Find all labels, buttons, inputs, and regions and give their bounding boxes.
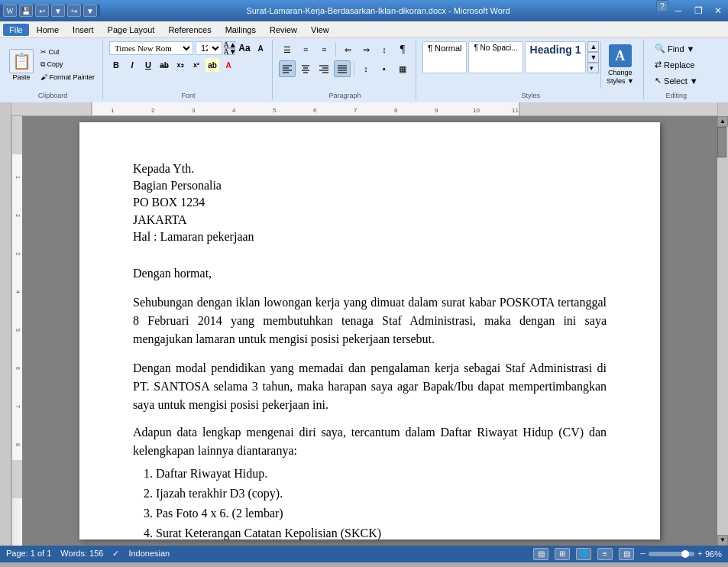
letter-paragraph-2[interactable]: Dengan modal pendidikan yang memadai dan…: [133, 359, 607, 414]
tab-view[interactable]: View: [305, 24, 335, 36]
style-no-spacing-label: ¶ No Spaci...: [474, 44, 517, 52]
letter-paragraph-1[interactable]: Sehubungan dengan iklan lowongan kerja y…: [133, 293, 607, 348]
align-right-button[interactable]: [315, 60, 332, 77]
align-left-button[interactable]: [279, 60, 296, 77]
clear-formatting-button[interactable]: Aa: [238, 41, 251, 55]
zoom-slider[interactable]: [649, 552, 694, 556]
change-styles-button[interactable]: A ChangeStyles ▼: [600, 41, 639, 89]
zoom-in-button[interactable]: +: [697, 549, 702, 558]
scroll-down-button[interactable]: ▼: [717, 535, 728, 546]
show-marks-button[interactable]: ¶: [394, 41, 411, 58]
shading-button[interactable]: ▪: [376, 60, 393, 77]
tab-references[interactable]: References: [162, 24, 217, 36]
tab-insert[interactable]: Insert: [66, 24, 100, 36]
scroll-track[interactable]: [717, 127, 728, 535]
underline-button[interactable]: U: [141, 58, 155, 72]
undo-button[interactable]: ↩: [35, 5, 49, 17]
subscript-button[interactable]: x₂: [173, 58, 187, 72]
right-spacer: [717, 102, 728, 116]
address-line4: JAKARTA: [133, 212, 607, 228]
italic-button[interactable]: I: [125, 58, 139, 72]
svg-text:3: 3: [15, 252, 20, 255]
tab-page-layout[interactable]: Page Layout: [102, 24, 161, 36]
help-button[interactable]: ?: [656, 0, 668, 12]
justify-button[interactable]: [334, 60, 351, 77]
styles-items: ¶ Normal ¶ No Spaci... Heading 1 ▲ ▼ ▾: [422, 41, 599, 89]
line-spacing-button[interactable]: ↕: [358, 60, 374, 77]
word-icon[interactable]: W: [3, 5, 17, 17]
undo-dropdown[interactable]: ▼: [51, 5, 65, 17]
outline-view-button[interactable]: ≡: [597, 548, 613, 560]
letter-address: Kepada Yth. Bagian Personalia PO BOX 123…: [133, 160, 607, 246]
font-color-button[interactable]: A: [222, 58, 235, 72]
ribbon: 📋 Paste ✂ Cut ⧉ Copy 🖌 Format Painter Cl…: [0, 38, 728, 102]
borders-button[interactable]: ▦: [394, 60, 411, 77]
style-no-spacing[interactable]: ¶ No Spaci...: [468, 41, 523, 73]
document-scroll[interactable]: Kepada Yth. Bagian Personalia PO BOX 123…: [22, 116, 717, 546]
zoom-out-button[interactable]: ─: [640, 549, 645, 558]
full-screen-button[interactable]: ⊞: [555, 548, 570, 560]
style-heading1[interactable]: Heading 1: [525, 41, 587, 73]
paragraph-group-content: ☰ ≡ ≡ ⇐ ⇒ ↕ ¶: [279, 41, 411, 98]
select-button[interactable]: ↖ Select ▼: [651, 73, 701, 88]
text-highlight-button[interactable]: ab: [205, 58, 219, 72]
web-layout-button[interactable]: 🌐: [576, 548, 591, 560]
increase-indent-button[interactable]: ⇒: [358, 41, 374, 58]
tab-home[interactable]: Home: [31, 24, 65, 36]
font-shrink-button[interactable]: A▼: [225, 48, 235, 55]
styles-expand[interactable]: ▾: [587, 63, 599, 73]
style-normal[interactable]: ¶ Normal: [422, 41, 467, 73]
paste-button[interactable]: 📋 Paste: [8, 47, 35, 83]
scroll-up-button[interactable]: ▲: [717, 116, 728, 127]
save-button[interactable]: 💾: [19, 5, 33, 17]
tab-file[interactable]: File: [3, 24, 29, 36]
styles-scroll-up[interactable]: ▲: [587, 41, 599, 52]
align-center-icon: [300, 63, 311, 74]
decrease-indent-button[interactable]: ⇐: [339, 41, 356, 58]
horizontal-ruler: 1 2 3 4 5 6 7 8 9 10 11: [11, 102, 717, 116]
search-icon: 🔍: [655, 44, 665, 53]
svg-text:2: 2: [15, 214, 20, 217]
editing-label: Editing: [645, 92, 707, 99]
multilevel-list-button[interactable]: ≡: [315, 41, 332, 58]
copy-button[interactable]: ⧉ Copy: [37, 59, 98, 70]
superscript-button[interactable]: x²: [189, 58, 203, 72]
align-center-button[interactable]: [297, 60, 314, 77]
bold-button[interactable]: B: [109, 58, 123, 72]
list-item: Pas Foto 4 x 6. (2 lembar): [156, 504, 607, 523]
styles-scroll-down[interactable]: ▼: [587, 52, 599, 63]
style-heading1-label: Heading 1: [530, 44, 581, 56]
paragraph-row1: ☰ ≡ ≡ ⇐ ⇒ ↕ ¶: [279, 41, 411, 58]
customize-qat-button[interactable]: ▼: [83, 5, 97, 17]
replace-button[interactable]: ⇄ Replace: [651, 57, 698, 72]
document-title: Surat-Lamaran-Kerja-Berdasarkan-Iklan-di…: [100, 6, 656, 15]
draft-view-button[interactable]: ▤: [619, 548, 634, 560]
text-effects-button[interactable]: A: [254, 41, 267, 55]
sort-button[interactable]: ↕: [376, 41, 393, 58]
page: Kepada Yth. Bagian Personalia PO BOX 123…: [79, 122, 660, 539]
clipboard-group: 📋 Paste ✂ Cut ⧉ Copy 🖌 Format Painter Cl…: [3, 40, 103, 99]
list-item: Ijazah terakhir D3 (copy).: [156, 484, 607, 503]
letter-list: Daftar Riwayat Hidup. Ijazah terakhir D3…: [133, 465, 607, 546]
strikethrough-button[interactable]: ab: [157, 58, 171, 72]
minimize-button[interactable]: ─: [668, 0, 688, 21]
print-layout-button[interactable]: ▤: [533, 548, 548, 560]
font-size-select[interactable]: 12: [196, 41, 222, 55]
align-right-icon: [319, 63, 329, 74]
svg-text:3: 3: [192, 107, 196, 114]
zoom-thumb[interactable]: [681, 550, 689, 558]
numbering-button[interactable]: ≡: [297, 41, 314, 58]
find-button[interactable]: 🔍 Find ▼: [651, 41, 698, 56]
restore-button[interactable]: ❐: [688, 0, 708, 21]
font-name-select[interactable]: Times New Rom: [109, 41, 193, 55]
scroll-thumb[interactable]: [717, 127, 726, 157]
svg-text:7: 7: [15, 405, 20, 408]
find-label: Find: [668, 44, 684, 53]
redo-button[interactable]: ↪: [67, 5, 81, 17]
tab-review[interactable]: Review: [264, 24, 303, 36]
bullets-button[interactable]: ☰: [279, 41, 296, 58]
close-button[interactable]: ✕: [708, 0, 728, 21]
tab-mailings[interactable]: Mailings: [219, 24, 262, 36]
cut-button[interactable]: ✂ Cut: [37, 47, 98, 57]
format-painter-button[interactable]: 🖌 Format Painter: [37, 72, 98, 83]
